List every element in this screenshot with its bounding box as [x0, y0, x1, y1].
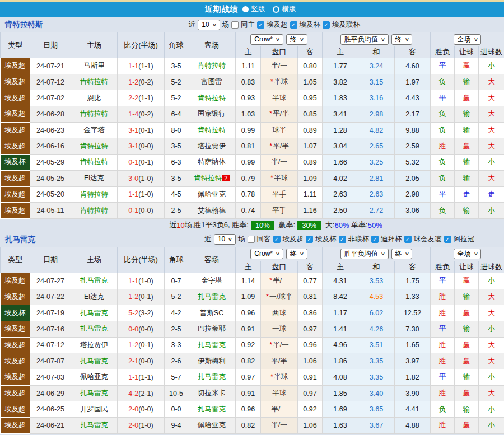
match-count-select[interactable]: 10∨	[198, 20, 220, 30]
result-cell: 胜	[431, 138, 455, 155]
summary-line: 近10场,胜1平3负6, 胜率:10% 赢率:30% 大:60% 单率:50%	[0, 219, 504, 232]
result-cell-value: 负	[439, 174, 446, 182]
euro-odds-select[interactable]: 胜平负均值∨	[340, 249, 389, 259]
league-type-cell: 埃及超	[1, 273, 30, 289]
asian-away-odds-cell: 0.81	[298, 289, 323, 305]
result-cell-value: 负	[439, 405, 446, 413]
halftime-score: (1-1)	[138, 94, 153, 102]
final-euro-select[interactable]: 终∨	[391, 249, 413, 259]
league-type-cell: 埃及超	[1, 369, 30, 386]
euro-draw-value: 3.40	[370, 390, 383, 397]
euro-draw-cell: 4.53	[358, 289, 395, 305]
same-venue-checkbox[interactable]	[248, 236, 255, 243]
league-checkbox[interactable]: ✓	[290, 21, 297, 29]
same-venue-checkbox[interactable]	[231, 21, 239, 29]
league-checkbox[interactable]: ✓	[323, 21, 330, 29]
league-checkbox-label[interactable]: 埃及超	[283, 235, 304, 244]
asian-home-odds-cell: 1.09	[236, 289, 261, 305]
league-checkbox-label[interactable]: 埃及超	[267, 20, 288, 30]
col-euro-home: 主	[323, 261, 358, 273]
euro-draw-value: 3.35	[370, 357, 383, 365]
scope-select[interactable]: 全场∨	[454, 249, 482, 259]
euro-draw-value: 2.63	[370, 190, 383, 198]
final-odds-select-value: 终	[290, 35, 297, 44]
euro-draw-cell: 3.24	[358, 58, 395, 74]
away-team-cell: 肯特拉特2	[188, 170, 236, 186]
league-checkbox[interactable]: ✓	[257, 21, 264, 29]
away-team-cell: 特萨纳体	[188, 155, 236, 171]
vertical-layout-label[interactable]: 竖版	[251, 4, 265, 14]
euro-odds-select[interactable]: 胜平负均值∨	[340, 34, 389, 45]
asian-away-odds-cell: 0.91	[298, 369, 323, 386]
filter-bar: 近10∨场同客✓埃及超✓埃及杯✓非联杯✓迪拜杯✓球会友谊✓阿拉冠	[204, 234, 474, 245]
handicap-result-cell: 输	[455, 106, 479, 123]
handicap-value: 半球	[274, 174, 288, 182]
asian-home-odds-cell: 1.03	[236, 106, 261, 123]
away-team-name: 巴拉蒂耶	[198, 325, 226, 333]
league-checkbox[interactable]: ✓	[444, 236, 451, 243]
league-checkbox-label[interactable]: 埃及联杯	[332, 20, 360, 30]
league-checkbox-label[interactable]: 非联杯	[348, 235, 370, 244]
company-select[interactable]: Crow*∨	[250, 34, 283, 45]
match-count-value: 10	[218, 235, 225, 244]
league-checkbox[interactable]: ✓	[404, 236, 412, 243]
away-team-name: 金字塔	[201, 277, 222, 284]
handicap-result-cell: 输	[455, 369, 479, 386]
handicap-result-cell: 输	[455, 289, 479, 305]
league-checkbox-label[interactable]: 埃及杯	[300, 20, 321, 30]
corner-cell: 2-6	[165, 353, 188, 369]
league-checkbox-label[interactable]: 迪拜杯	[381, 235, 402, 244]
euro-draw-value: 2.65	[370, 142, 383, 150]
euro-odds-group: 胜平负均值∨ 终∨	[323, 32, 431, 46]
away-team-cell: 伊斯梅利	[188, 353, 236, 369]
euro-draw-value: 3.16	[370, 94, 383, 102]
score-cell: 1-1(1-0)	[118, 186, 165, 203]
handicap-cell: *平/半	[261, 138, 298, 155]
handicap-result-cell: 走	[455, 186, 479, 203]
away-team-name: 肯特拉特	[198, 62, 226, 69]
handicap-result-cell-value: 赢	[463, 62, 470, 69]
match-row: 埃及超24-06-23金字塔3-1(0-1)8-0肯特拉特0.99球半0.891…	[1, 122, 504, 138]
halftime-score: (0-0)	[138, 142, 153, 150]
match-row: 埃及杯24-05-29肯特拉特0-1(0-1)6-3特萨纳体0.99半/一0.8…	[1, 155, 504, 171]
final-odds-select[interactable]: 终∨	[286, 249, 307, 259]
league-checkbox[interactable]: ✓	[371, 236, 379, 243]
final-euro-select[interactable]: 终∨	[391, 34, 413, 45]
match-count-select[interactable]: 10∨	[214, 234, 236, 245]
match-row: 埃及超24-07-02恩比2-2(1-1)5-2肯特拉特0.93半球0.951.…	[1, 90, 504, 106]
match-row: 埃及杯24-07-19扎马雷克5-2(3-2)4-2普斯SC0.96两球0.86…	[1, 305, 504, 321]
league-type-cell: 埃及杯	[1, 305, 30, 321]
away-team-cell: 艾德翰德	[188, 203, 236, 219]
score-cell: 1-1(1-0)	[118, 273, 165, 289]
asian-home-odds-cell: 0.78	[236, 186, 261, 203]
handicap-result-cell-value: 赢	[463, 142, 470, 150]
col-home: 主场	[71, 247, 118, 273]
vertical-layout-radio[interactable]	[242, 6, 249, 12]
horizontal-layout-radio[interactable]	[273, 6, 279, 13]
away-team-name: 塔拉贾伊	[198, 142, 226, 150]
col-euro-draw: 和	[358, 261, 395, 273]
scope-select[interactable]: 全场∨	[454, 34, 482, 45]
league-checkbox-label[interactable]: 球会友谊	[414, 235, 442, 244]
euro-away-cell: 4.60	[395, 58, 431, 74]
league-checkbox[interactable]: ✓	[306, 236, 313, 243]
asian-home-odds-cell: 1.14	[236, 273, 261, 289]
horizontal-layout-label[interactable]: 横版	[282, 4, 296, 14]
euro-away-cell: 4.43	[395, 90, 431, 106]
fulltime-score: 2-2	[128, 94, 138, 102]
company-select[interactable]: Crow*∨	[250, 249, 283, 259]
league-checkbox[interactable]: ✓	[339, 236, 346, 243]
away-team-cell: 塔拉贾伊	[188, 138, 236, 155]
match-row: 埃及超24-07-22El达克1-2(0-1)5-2扎马雷克1.09*一/球半0…	[1, 289, 504, 305]
halftime-score: (1-0)	[138, 277, 153, 285]
league-checkbox-label[interactable]: 阿拉冠	[454, 235, 475, 244]
handicap-result-cell-value: 输	[463, 110, 470, 118]
corner-cell: 5-2	[165, 74, 188, 90]
league-checkbox[interactable]: ✓	[273, 236, 281, 243]
summary-text: 60%	[334, 221, 349, 230]
handicap-cell: 半/一	[261, 58, 298, 74]
col-type: 类型	[1, 247, 30, 273]
final-odds-select[interactable]: 终∨	[286, 34, 307, 45]
league-checkbox-label[interactable]: 埃及杯	[315, 235, 337, 244]
goals-result-cell-value: 小	[488, 373, 495, 381]
